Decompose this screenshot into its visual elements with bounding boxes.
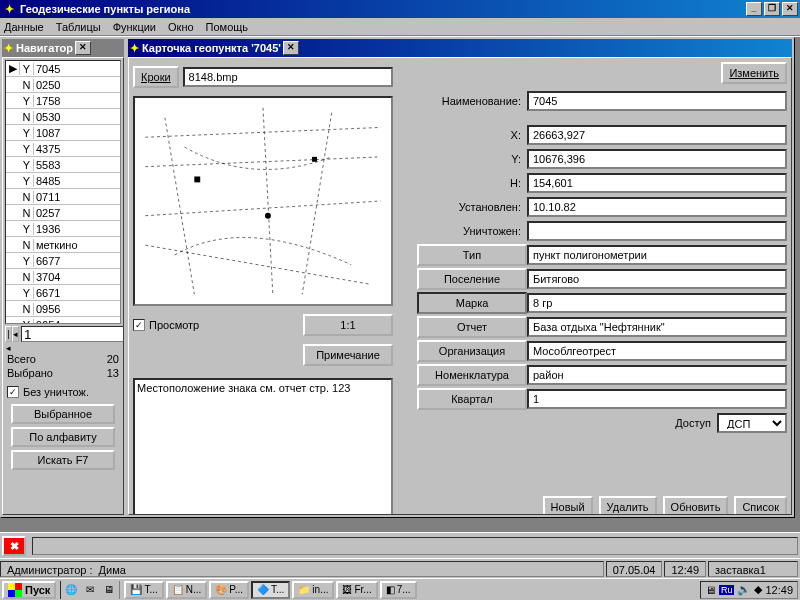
maximize-button[interactable]: ❐ (764, 2, 780, 16)
status-time: 12:49 (664, 561, 706, 577)
mark-field[interactable] (527, 293, 787, 313)
selected-button[interactable]: Выбранное (11, 404, 115, 424)
installed-field[interactable] (527, 197, 787, 217)
cancel-x-button[interactable]: ✖ (2, 536, 26, 556)
navigator-title: Навигатор (16, 42, 73, 54)
taskbar: Пуск 🌐 ✉ 🖥 💾T...📋N...🎨P...🔷T...📁in...🖼Fr… (0, 578, 800, 600)
table-row[interactable]: Y1087 (6, 125, 120, 141)
navigator-icon: ✦ (4, 42, 13, 55)
delete-button[interactable]: Удалить (599, 496, 657, 515)
task-button[interactable]: 🎨P... (209, 581, 249, 599)
new-button[interactable]: Новый (543, 496, 593, 515)
pager-first[interactable]: |◂ (5, 326, 12, 342)
without-destroyed-checkbox[interactable]: ✓ Без уничтож. (7, 386, 119, 398)
report-button[interactable]: Отчет (417, 316, 527, 338)
list-button[interactable]: Список (734, 496, 787, 515)
app-title: Геодезические пункты региона (20, 3, 190, 15)
table-row[interactable]: Y6671 (6, 285, 120, 301)
table-row[interactable]: N0956 (6, 301, 120, 317)
toolbar-field[interactable] (32, 537, 798, 555)
total-value: 20 (107, 353, 119, 365)
task-button[interactable]: 📋N... (166, 581, 208, 599)
task-button[interactable]: 🖼Fr... (336, 581, 377, 599)
type-field[interactable] (527, 245, 787, 265)
table-row[interactable]: Y8485 (6, 173, 120, 189)
quarter-field[interactable] (527, 389, 787, 409)
pager-input[interactable] (21, 326, 124, 342)
note-text-area[interactable]: Местоположение знака см. отчет стр. 123 (133, 378, 393, 515)
menu-data[interactable]: Данные (4, 21, 44, 33)
mark-button[interactable]: Марка (417, 292, 527, 314)
quarter-button[interactable]: Квартал (417, 388, 527, 410)
task-button[interactable]: ◧7... (380, 581, 417, 599)
table-row[interactable]: Nметкино (6, 237, 120, 253)
x-field[interactable] (527, 125, 787, 145)
ql-ie-icon[interactable]: 🌐 (63, 582, 79, 598)
selected-label: Выбрано (7, 367, 53, 379)
close-button[interactable]: ✕ (782, 2, 798, 16)
minimize-button[interactable]: _ (746, 2, 762, 16)
ql-mail-icon[interactable]: ✉ (82, 582, 98, 598)
task-button[interactable]: 📁in... (292, 581, 334, 599)
pager-prev[interactable]: ◂ (12, 326, 19, 342)
table-row[interactable]: Y1936 (6, 221, 120, 237)
nomen-button[interactable]: Номенклатура (417, 364, 527, 386)
navigator-stats: Всего20 Выбрано13 (5, 352, 121, 380)
settlement-field[interactable] (527, 269, 787, 289)
task-button[interactable]: 🔷T... (251, 581, 290, 599)
table-row[interactable]: Y1758 (6, 93, 120, 109)
admin-value: Дима (99, 564, 126, 576)
h-field[interactable] (527, 173, 787, 193)
table-row[interactable]: Y6677 (6, 253, 120, 269)
task-button[interactable]: 💾T... (124, 581, 163, 599)
table-row[interactable]: N0250 (6, 77, 120, 93)
menu-tables[interactable]: Таблицы (56, 21, 101, 33)
destroyed-field[interactable] (527, 221, 787, 241)
ql-desktop-icon[interactable]: 🖥 (101, 582, 117, 598)
nomen-field[interactable] (527, 365, 787, 385)
note-button[interactable]: Примечание (303, 344, 393, 366)
menu-window[interactable]: Окно (168, 21, 194, 33)
card-close[interactable]: ✕ (283, 41, 299, 55)
preview-label: Просмотр (149, 319, 199, 331)
card-titlebar[interactable]: ✦ Карточка геопункта '7045' ✕ (128, 39, 792, 57)
language-indicator[interactable]: Ru (719, 585, 735, 595)
table-row[interactable]: ▶Y7045 (6, 61, 120, 77)
bmp-name-field[interactable] (183, 67, 393, 87)
tray-vol-icon[interactable]: 🔊 (737, 583, 751, 596)
table-row[interactable]: Y9654 (6, 317, 120, 324)
table-row[interactable]: N0711 (6, 189, 120, 205)
table-row[interactable]: N3704 (6, 269, 120, 285)
start-button[interactable]: Пуск (2, 581, 56, 599)
navigator-close[interactable]: ✕ (75, 41, 91, 55)
org-field[interactable] (527, 341, 787, 361)
navigator-grid[interactable]: ▶Y7045N0250Y1758N0530Y1087Y4375Y5583Y848… (5, 60, 121, 324)
table-row[interactable]: N0530 (6, 109, 120, 125)
main-window: ✦ Геодезические пункты региона _ ❐ ✕ Дан… (0, 0, 800, 600)
tray-icon[interactable]: 🖥 (705, 584, 716, 596)
preview-checkbox[interactable]: ✓ Просмотр (133, 319, 295, 331)
update-button[interactable]: Обновить (663, 496, 729, 515)
table-row[interactable]: N0257 (6, 205, 120, 221)
scale-1to1-button[interactable]: 1:1 (303, 314, 393, 336)
statusbar: Администратор : Дима 07.05.04 12:49 заст… (0, 558, 800, 578)
menu-help[interactable]: Помощь (206, 21, 249, 33)
alphabetical-button[interactable]: По алфавиту (11, 427, 115, 447)
org-button[interactable]: Организация (417, 340, 527, 362)
tray-app-icon[interactable]: ◆ (754, 583, 762, 596)
search-button[interactable]: Искать F7 (11, 450, 115, 470)
edit-button[interactable]: Изменить (721, 62, 787, 84)
sketch-preview[interactable] (133, 96, 393, 306)
table-row[interactable]: Y4375 (6, 141, 120, 157)
settlement-button[interactable]: Поселение (417, 268, 527, 290)
access-select[interactable]: ДСП (717, 413, 787, 433)
type-button[interactable]: Тип (417, 244, 527, 266)
kroki-button[interactable]: Кроки (133, 66, 179, 88)
menu-functions[interactable]: Функции (113, 21, 156, 33)
navigator-titlebar[interactable]: ✦ Навигатор ✕ (2, 39, 124, 57)
system-tray: 🖥 Ru 🔊 ◆ 12:49 (700, 581, 798, 599)
name-field[interactable] (527, 91, 787, 111)
y-field[interactable] (527, 149, 787, 169)
table-row[interactable]: Y5583 (6, 157, 120, 173)
report-field[interactable] (527, 317, 787, 337)
